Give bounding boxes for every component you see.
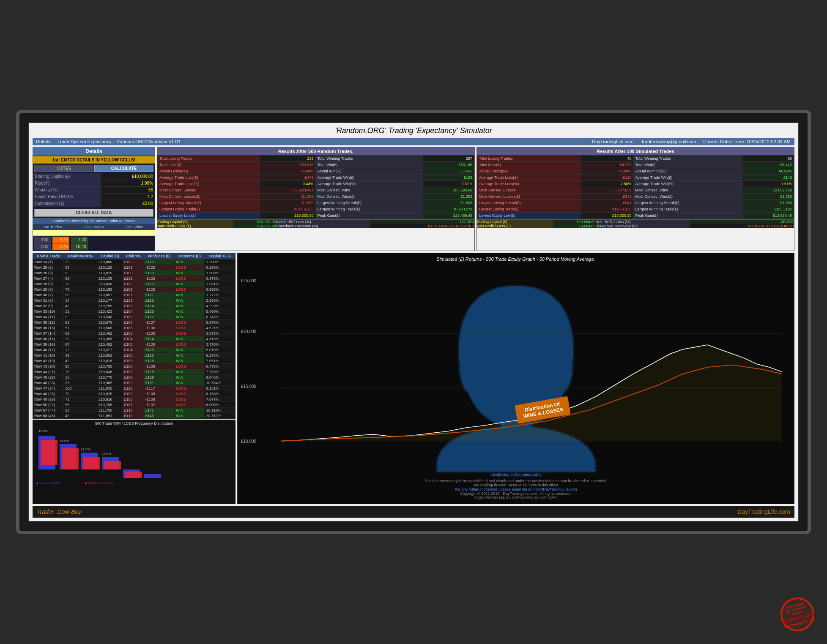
- row-trade: Row 28 (5): [33, 281, 64, 287]
- row-random: 79: [64, 287, 97, 292]
- result-label: Most Consec. Losses(£): [158, 194, 260, 200]
- stat-cols: No.Trades Con.Losses Con. Wins: [33, 224, 155, 230]
- nett-profit-pct-value: 36.85%: [690, 220, 794, 224]
- results-500-table: Total Losing Trades:233Total Winning Tra…: [157, 155, 474, 219]
- result-label: Average Trade Loss(%): [158, 181, 260, 187]
- result-row: Total Losing Trades:40Total Winning Trad…: [477, 156, 794, 162]
- row-risk: £105: [123, 314, 144, 320]
- row-winloss: £120: [144, 281, 174, 287]
- result-value: 40: [580, 156, 633, 162]
- row-outcome: WIN: [174, 281, 205, 287]
- result-label: Largest Winning Streak(£): [633, 200, 742, 206]
- svg-text:■ Series of Losses: ■ Series of Losses: [85, 481, 113, 485]
- row-cappct: 0.376%: [205, 276, 236, 281]
- row-cappct: 5.678%: [205, 320, 236, 325]
- row-outcome: WIN: [174, 369, 205, 375]
- details-field-row: Commission (£)£0.00: [33, 200, 155, 207]
- details-field-value[interactable]: £10,000.00: [101, 173, 155, 180]
- result-value: 267: [423, 156, 474, 162]
- row-winloss: £120: [144, 259, 174, 265]
- row-risk: £110: [123, 386, 144, 391]
- table-row: Row 46 (23) 31 £10,905 £109 £131 WIN 10.…: [33, 380, 236, 386]
- row-trade: Row 47 (24): [33, 386, 64, 391]
- row-outcome: LOSS: [174, 364, 205, 369]
- notes-button[interactable]: NOTES: [34, 165, 93, 172]
- row-risk: £108: [123, 397, 144, 402]
- footer-right: DayTradingLife.com: [737, 508, 790, 515]
- result-value: £23,466.49: [423, 213, 474, 219]
- row-outcome: LOSS: [174, 391, 205, 397]
- result-value: £10,000.00: [580, 213, 633, 219]
- result-label: Actual Losing(%): [158, 168, 260, 175]
- table-header: Row & TradeRandom.ORGCapital (£)Risk 1%W…: [33, 253, 236, 259]
- table-row: Row 42 (19) 42 £10,628 £106 £128 WIN 7.5…: [33, 358, 236, 364]
- details-field-value[interactable]: £0.00: [101, 200, 155, 207]
- row-random: 2: [64, 314, 97, 320]
- stat-input-row[interactable]: [33, 230, 155, 236]
- row-risk: £118: [123, 408, 144, 413]
- bar-chart-title: 500 Trade WIN / LOSS Frequency Distribut…: [34, 421, 234, 426]
- row-capital: £10,177: [97, 298, 123, 303]
- row-outcome: WIN: [174, 336, 205, 342]
- row-random: 35: [64, 259, 97, 265]
- result-label: Actual Win(%): [315, 168, 423, 175]
- clear-all-button[interactable]: CLEAR ALL DATA: [34, 209, 153, 217]
- result-row: Average Trade Loss(%)2.50%Average Trade …: [477, 181, 794, 187]
- row-trade: Row 50 (27): [33, 402, 64, 408]
- row-random: 9: [64, 270, 97, 276]
- result-value: -£1,565: [260, 194, 315, 200]
- table-row: Row 68 (45) 49 £11,891 £119 £143 WIN 20.…: [33, 413, 236, 419]
- result-value: £1,353: [742, 194, 794, 200]
- result-value: -£171: [260, 175, 315, 181]
- sim-rows: 1009.777.705007.7510.40: [33, 236, 155, 251]
- result-value: 233: [260, 156, 315, 162]
- details-header: Details: [33, 147, 155, 156]
- row-trade: Row 27 (4): [33, 276, 64, 281]
- details-field-label: Starting Capital (£): [33, 173, 101, 180]
- table-row: Row 49 (26) 71 £10,816 £108 -£108 LOSS 7…: [33, 397, 236, 402]
- row-trade: Row 39 (16): [33, 342, 64, 347]
- row-capital: £10,648: [97, 369, 123, 375]
- row-trade: Row 41 (18): [33, 353, 64, 358]
- result-label: Peak Gain(£): [315, 213, 423, 219]
- row-trade: Row 45 (22): [33, 375, 64, 380]
- result-value: 10 L59:L68: [423, 187, 474, 194]
- result-label: Total Win(£): [315, 162, 423, 168]
- row-cappct: 1.772%: [205, 292, 236, 298]
- details-field-value[interactable]: 1.00%: [101, 180, 155, 186]
- topbar-details: Details: [33, 138, 54, 145]
- result-value: 53.40%: [423, 168, 474, 175]
- svg-rect-9: [104, 461, 121, 469]
- row-risk: £106: [123, 325, 144, 331]
- row-winloss: £128: [144, 358, 174, 364]
- row-cappct: 3.575%: [205, 331, 236, 336]
- row-risk: £100: [123, 270, 144, 276]
- row-outcome: WIN: [174, 298, 205, 303]
- calculate-button[interactable]: CALCULATE: [94, 165, 153, 172]
- row-cappct: 6.275%: [205, 353, 236, 358]
- row-capital: £10,628: [97, 358, 123, 364]
- row-trade: Row 44 (21): [33, 369, 64, 375]
- details-field-label: Risk (%): [33, 180, 101, 186]
- ending-capital-row: Ending Capital (£) £23,237.92 Nett Profi…: [157, 220, 474, 224]
- result-label: Average Trade Win(%): [315, 181, 423, 187]
- row-outcome: WIN: [174, 380, 205, 386]
- row-winloss: -£105: [144, 331, 174, 336]
- row-outcome: LOSS: [174, 276, 205, 281]
- row-trade: Row 37 (14): [33, 331, 64, 336]
- row-winloss: £124: [144, 336, 174, 342]
- details-field-label: Commission (£): [33, 200, 101, 207]
- details-field-row: Risk (%)1.00%: [33, 180, 155, 187]
- row-random: 14: [64, 298, 97, 303]
- nett-profit-pound-value: £13,237.92: [233, 224, 276, 228]
- table-row: Row 47 (24) 100 £11,035 £110 -£117 LOSS …: [33, 386, 236, 391]
- topbar-trade-system: Trade System Expectancy - 'Random.ORG' S…: [54, 138, 589, 145]
- row-cappct: 6.006%: [205, 402, 236, 408]
- row-cappct: 1.581%: [205, 281, 236, 287]
- row-winloss: -£102: [144, 276, 174, 281]
- details-field-value[interactable]: 1.2: [101, 194, 155, 200]
- row-risk: £109: [123, 391, 144, 397]
- results-100-ending: Ending Capital (£) £13,684.80 Nett Profi…: [477, 219, 794, 228]
- details-field-value[interactable]: 55: [101, 187, 155, 193]
- row-capital: £10,019: [97, 270, 123, 276]
